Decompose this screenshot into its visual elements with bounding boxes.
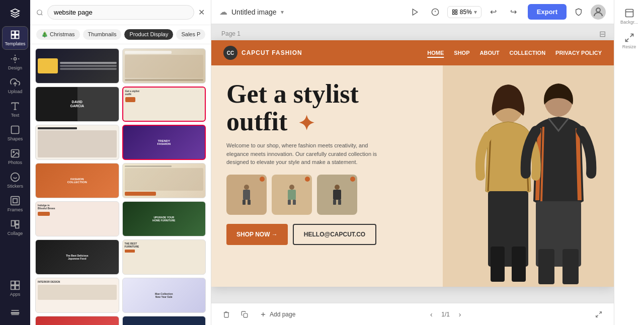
resize-panel-item[interactable]: Resize (616, 30, 642, 52)
svg-rect-23 (12, 312, 19, 313)
template-thumb[interactable]: Indulge inBlissful Brews (35, 201, 119, 236)
product-badge-1 (260, 177, 265, 182)
email-button[interactable]: HELLO@CAPCUT.CO (293, 224, 376, 245)
fullscreen-button[interactable] (592, 307, 606, 321)
svg-rect-14 (11, 197, 20, 205)
filter-tab-christmas[interactable]: 🎄 Christmas (36, 29, 80, 40)
sidebar-item-shapes[interactable]: Shapes (2, 122, 28, 144)
trash-button[interactable] (219, 307, 233, 321)
sidebar-logo (2, 5, 28, 21)
sidebar-item-frames[interactable]: Frames (2, 193, 28, 215)
play-button[interactable] (407, 4, 423, 20)
title-chevron-icon[interactable]: ▾ (281, 9, 284, 16)
sidebar-item-design[interactable]: Design (2, 51, 28, 73)
top-bar: ☁ Untitled image ▾ 85% ▾ ↩ ↪ Export (211, 0, 614, 24)
next-page-button[interactable]: › (454, 308, 466, 320)
sidebar-item-upload[interactable]: Upload (2, 74, 28, 97)
sidebar-templates-label: Templates (5, 41, 25, 46)
template-thumb-selected[interactable]: TRENDYFASHION ➤ (122, 125, 206, 160)
page-options-icon[interactable]: ⊟ (599, 29, 606, 39)
background-panel-item[interactable]: Backgr... (616, 5, 642, 28)
svg-rect-57 (562, 249, 579, 284)
shield-button[interactable] (571, 4, 587, 20)
svg-rect-56 (538, 249, 554, 284)
svg-rect-34 (452, 13, 454, 15)
svg-point-4 (14, 58, 17, 60)
template-thumb[interactable]: The Best DeliciousJapanese Food (35, 239, 119, 275)
template-thumb[interactable]: UPGRADE YOURHOME FURNITURE (122, 201, 206, 236)
page-label: Page 1 (221, 30, 240, 37)
canvas-area: Page 1 ⊟ CC CAPCUT FASHION HOME SHOP ABO… (211, 24, 614, 303)
svg-rect-45 (335, 185, 340, 190)
avatar[interactable] (591, 5, 606, 20)
template-thumb-selected[interactable]: Get a stylistoutfit ➤ (122, 87, 206, 122)
prev-page-button[interactable]: ‹ (425, 308, 437, 320)
nav-link-privacy[interactable]: PRIVACY POLICY (555, 50, 602, 56)
nav-links: HOME SHOP ABOUT COLLECTION PRIVACY POLIC… (427, 50, 602, 56)
filter-tab-thumbnails[interactable]: Thumbnails (83, 29, 122, 40)
svg-line-65 (630, 34, 633, 37)
page-indicator: 1/1 (441, 311, 450, 318)
svg-rect-46 (333, 190, 341, 200)
present-button[interactable] (427, 4, 443, 20)
shop-now-button[interactable]: SHOP NOW → (226, 224, 288, 245)
template-thumb[interactable]: INTERIOR DESIGN (35, 278, 119, 313)
search-input[interactable] (47, 5, 194, 20)
template-thumb[interactable]: VIRTUALREALITY (122, 316, 206, 325)
add-page-label: Add page (270, 311, 295, 318)
product-card-1[interactable] (226, 175, 267, 215)
template-thumb[interactable] (35, 125, 119, 160)
product-card-2[interactable] (272, 175, 312, 215)
sidebar-item-text[interactable]: Text (2, 98, 28, 121)
resize-label: Resize (622, 44, 636, 49)
svg-rect-33 (455, 10, 457, 12)
svg-rect-19 (11, 281, 15, 285)
template-thumb[interactable] (122, 48, 206, 84)
sidebar-frames-label: Frames (8, 207, 23, 212)
nav-link-about[interactable]: ABOUT (480, 50, 500, 56)
svg-marker-28 (413, 9, 417, 15)
template-thumb[interactable]: FASHIONCOLLECTION (35, 163, 119, 198)
logo-icon: CC (223, 46, 237, 60)
bottom-bar: Add page ‹ 1/1 › (211, 303, 614, 325)
svg-rect-38 (243, 190, 250, 200)
zoom-control[interactable]: 85% ▾ (447, 6, 481, 18)
redo-button[interactable]: ↪ (506, 4, 522, 20)
export-button[interactable]: Export (528, 4, 567, 20)
svg-rect-0 (12, 31, 15, 35)
template-thumb[interactable]: THE BESTFURNITURE (122, 239, 206, 275)
sidebar-item-templates[interactable]: Templates (2, 26, 28, 50)
svg-rect-37 (244, 185, 249, 190)
sidebar-item-photos[interactable]: Photos (2, 145, 28, 168)
filter-tab-product-display[interactable]: Product Display (124, 29, 173, 40)
svg-point-26 (37, 10, 42, 14)
search-clear-button[interactable]: ✕ (198, 8, 205, 17)
svg-point-36 (596, 8, 600, 12)
template-thumb[interactable]: DAVIDGARCIA (35, 87, 119, 122)
svg-line-66 (625, 39, 628, 42)
design-canvas: CC CAPCUT FASHION HOME SHOP ABOUT COLLEC… (211, 40, 614, 287)
svg-rect-16 (12, 221, 15, 226)
sidebar-photos-label: Photos (8, 160, 22, 165)
template-thumb[interactable]: DeliciousBurger (35, 316, 119, 325)
template-thumb[interactable] (122, 163, 206, 198)
sidebar-item-collage[interactable]: Collage (2, 216, 28, 239)
add-page-button[interactable]: Add page (256, 307, 299, 321)
hero-headline: Get a stylist outfit ✦ (226, 80, 428, 135)
filter-tab-sales[interactable]: Sales P (176, 29, 205, 40)
undo-button[interactable]: ↩ (486, 4, 502, 20)
copy-button[interactable] (237, 307, 252, 321)
sidebar-item-apps[interactable]: Apps (2, 277, 28, 300)
sidebar-upload-label: Upload (8, 89, 23, 94)
product-card-3[interactable] (317, 175, 357, 215)
svg-rect-15 (13, 199, 17, 203)
svg-rect-18 (16, 225, 19, 228)
template-thumb[interactable]: Man CollectionNew Year Sale (122, 278, 206, 313)
sidebar-settings[interactable] (2, 305, 28, 321)
template-thumb[interactable] (35, 48, 119, 84)
nav-link-shop[interactable]: SHOP (454, 50, 469, 56)
sidebar-item-stickers[interactable]: Stickers (2, 169, 28, 192)
sidebar-shapes-label: Shapes (8, 136, 23, 141)
nav-link-home[interactable]: HOME (427, 50, 444, 56)
nav-link-collection[interactable]: COLLECTION (510, 50, 546, 56)
